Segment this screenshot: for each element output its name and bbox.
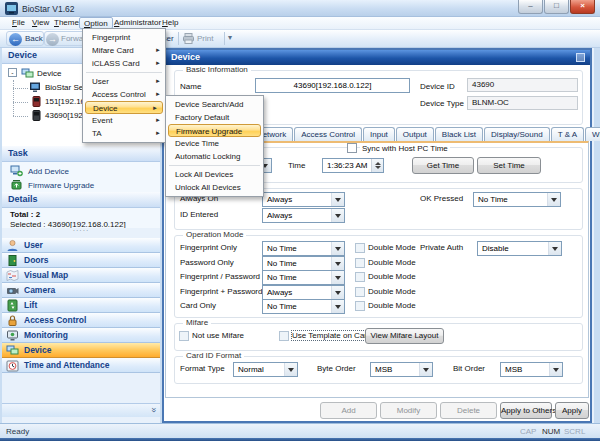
tab-display-sound[interactable]: Display/Sound bbox=[484, 127, 550, 141]
tree-connector bbox=[13, 88, 28, 89]
device-icon bbox=[6, 344, 19, 357]
id-entered-select[interactable]: Always bbox=[262, 208, 345, 223]
modify-button[interactable]: Modify bbox=[380, 402, 437, 419]
close-button[interactable]: × bbox=[570, 0, 595, 14]
menu-item-access-control[interactable]: Access Control► bbox=[83, 88, 165, 101]
card-only-label: Card Only bbox=[180, 301, 216, 310]
lock-icon bbox=[6, 314, 19, 327]
get-time-button[interactable]: Get Time bbox=[412, 157, 474, 174]
sidebar-item-user[interactable]: User bbox=[2, 238, 160, 253]
sidebar-splitter[interactable]: ····· bbox=[2, 228, 160, 236]
submenu-item-device-time[interactable]: Device Time bbox=[166, 137, 263, 150]
sidebar-configure-chevron[interactable]: » bbox=[148, 407, 158, 412]
tab-black-list[interactable]: Black List bbox=[435, 127, 483, 141]
panel-window-icon[interactable] bbox=[576, 53, 585, 62]
sidebar-item-lift[interactable]: Lift bbox=[2, 298, 160, 313]
task-firmware-upgrade[interactable]: Firmware Upgrade bbox=[28, 181, 94, 190]
monitor-icon bbox=[6, 329, 19, 342]
delete-button[interactable]: Delete bbox=[440, 402, 497, 419]
password-only-label: Password Only bbox=[180, 258, 234, 267]
use-template-checkbox[interactable] bbox=[279, 331, 289, 341]
tree-connector bbox=[13, 102, 28, 103]
fingerprint-password-select[interactable]: No Time bbox=[262, 270, 345, 285]
ok-pressed-select[interactable]: No Time bbox=[473, 192, 561, 207]
set-time-button[interactable]: Set Time bbox=[477, 157, 541, 174]
bit-order-select[interactable]: MSB bbox=[500, 362, 563, 377]
submenu-item-lock-all-devices[interactable]: Lock All Devices bbox=[166, 168, 263, 181]
sidebar-item-time-attendance[interactable]: Time and Attendance bbox=[2, 358, 160, 373]
lift-icon bbox=[6, 299, 19, 312]
sidebar-item-monitoring[interactable]: Monitoring bbox=[2, 328, 160, 343]
card-only-select[interactable]: No Time bbox=[262, 299, 345, 314]
submenu-item-device-search-add[interactable]: Device Search/Add bbox=[166, 98, 263, 111]
submenu-item-factory-default[interactable]: Factory Default bbox=[166, 111, 263, 124]
menu-theme[interactable]: Theme bbox=[50, 17, 83, 29]
password-only-select[interactable]: No Time bbox=[262, 256, 345, 271]
toolbar-overflow-button[interactable]: ▾ bbox=[228, 33, 232, 42]
submenu-item-automatic-locking[interactable]: Automatic Locking bbox=[166, 150, 263, 163]
maximize-button[interactable]: □ bbox=[544, 0, 569, 14]
device-id-label: Device ID bbox=[420, 82, 455, 91]
back-label: Back bbox=[25, 34, 43, 43]
byte-order-select[interactable]: MSB bbox=[370, 362, 433, 377]
always-on-select[interactable]: Always bbox=[262, 192, 345, 207]
not-use-mifare-checkbox[interactable] bbox=[179, 331, 189, 341]
menu-item-iclass-card[interactable]: iCLASS Card► bbox=[83, 57, 165, 70]
sidebar-item-visual-map[interactable]: Visual Map bbox=[2, 268, 160, 283]
sidebar-item-device[interactable]: Device bbox=[2, 343, 160, 358]
menu-item-device[interactable]: Device► bbox=[85, 101, 163, 114]
chevron-down-icon bbox=[331, 209, 344, 222]
print-button[interactable]: Print bbox=[197, 34, 213, 43]
menu-item-ta[interactable]: TA► bbox=[83, 127, 165, 140]
chevron-right-icon: ► bbox=[155, 88, 161, 101]
time-spinner[interactable]: 1:36:23 AM bbox=[322, 158, 384, 173]
tab-wiegand[interactable]: Wiegand bbox=[585, 127, 600, 141]
menu-item-mifare-card[interactable]: Mifare Card► bbox=[83, 44, 165, 57]
fingerprint-plus-password-select[interactable]: Always bbox=[262, 285, 345, 300]
tab-access-control[interactable]: Access Control bbox=[294, 127, 362, 141]
fingerprint-only-select[interactable]: No Time bbox=[262, 241, 345, 256]
chevron-right-icon: ► bbox=[155, 57, 161, 70]
double-mode-checkbox-2[interactable] bbox=[355, 258, 365, 268]
sidebar-item-doors[interactable]: Doors bbox=[2, 253, 160, 268]
minimize-button[interactable]: – bbox=[518, 0, 543, 14]
format-type-select[interactable]: Normal bbox=[233, 362, 298, 377]
submenu-item-unlock-all-devices[interactable]: Unlock All Devices bbox=[166, 181, 263, 194]
not-use-mifare-label: Not use Mifare bbox=[192, 331, 244, 340]
window-title: BioStar V1.62 bbox=[22, 4, 74, 14]
sidebar-item-camera[interactable]: Camera bbox=[2, 283, 160, 298]
name-input[interactable]: 43690[192.168.0.122] bbox=[255, 78, 410, 93]
add-button[interactable]: Add bbox=[320, 402, 377, 419]
tab-t-and-a[interactable]: T & A bbox=[551, 127, 584, 141]
sidebar-item-access-control[interactable]: Access Control bbox=[2, 313, 160, 328]
view-mifare-layout-button[interactable]: View Mifare Layout bbox=[365, 328, 444, 344]
double-mode-checkbox-5[interactable] bbox=[355, 301, 365, 311]
device-type-label: Device Type bbox=[420, 99, 464, 108]
menu-item-fingerprint[interactable]: Fingerprint bbox=[83, 31, 165, 44]
menu-file[interactable]: File bbox=[8, 17, 29, 29]
submenu-item-firmware-upgrade[interactable]: Firmware Upgrade bbox=[168, 124, 261, 137]
private-auth-select[interactable]: Disable bbox=[477, 241, 562, 256]
fingerprint-password-label: Fingerprint / Password bbox=[180, 272, 260, 281]
tab-output[interactable]: Output bbox=[396, 127, 434, 141]
sync-host-pc-checkbox[interactable] bbox=[347, 143, 357, 153]
app-icon bbox=[5, 2, 18, 17]
menu-item-event[interactable]: Event► bbox=[83, 114, 165, 127]
tree-item-root[interactable]: Device bbox=[37, 69, 61, 78]
menu-item-user[interactable]: User► bbox=[83, 75, 165, 88]
spinner-arrows-icon[interactable] bbox=[371, 159, 383, 172]
card-id-format-legend: Card ID Format bbox=[183, 351, 244, 360]
status-scroll-lock: SCRL bbox=[564, 427, 585, 436]
double-mode-checkbox-4[interactable] bbox=[355, 287, 365, 297]
tab-input[interactable]: Input bbox=[363, 127, 395, 141]
mifare-legend: Mifare bbox=[183, 318, 211, 327]
double-mode-checkbox-3[interactable] bbox=[355, 272, 365, 282]
apply-button[interactable]: Apply bbox=[555, 402, 589, 419]
tree-connector bbox=[13, 80, 14, 116]
double-mode-checkbox-1[interactable] bbox=[355, 243, 365, 253]
apply-to-others-button[interactable]: Apply to Others bbox=[500, 402, 552, 419]
task-add-device[interactable]: Add Device bbox=[28, 167, 69, 176]
chevron-down-icon bbox=[548, 242, 561, 255]
maximize-icon: □ bbox=[554, 1, 559, 10]
tree-expander[interactable]: - bbox=[8, 68, 17, 77]
